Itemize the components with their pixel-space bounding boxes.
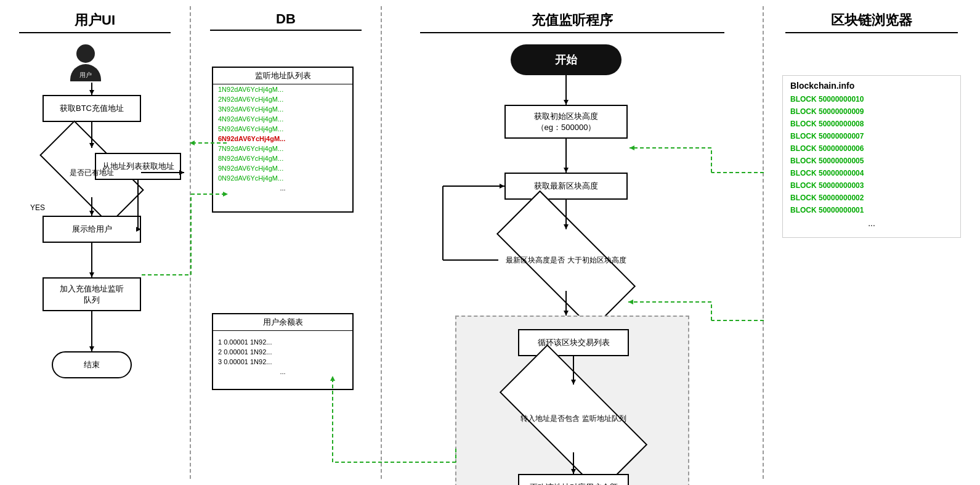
update-balance-box: 更改该地址对应用户余额	[518, 474, 629, 485]
addr-dots: ...	[213, 183, 352, 193]
db-col-inner: 监听地址队列表 1N92dAV6YcHj4gM... 2N92dAV6YcHj4…	[190, 36, 381, 479]
height-compare-diamond: 最新区块高度是否 大于初始区块高度	[498, 229, 634, 291]
check-address-label: 转入地址是否包含 监听地址队列	[520, 414, 626, 424]
block-6: BLOCK 50000000006	[783, 142, 960, 155]
col-monitor: 充值监听程序 开始 获取初始区块高度 （eg：500000） 获取最新区块高度 …	[382, 6, 764, 479]
col-user: 用户UI 用户 获取BTC充值地址 是否已有地址 NO	[0, 6, 191, 479]
get-btc-address-box: 获取BTC充值地址	[43, 95, 141, 122]
col-user-header: 用户UI	[75, 6, 115, 32]
blockchain-site: Blockchain.info	[783, 76, 960, 93]
svg-marker-30	[500, 184, 504, 189]
get-latest-height-box: 获取最新区块高度	[504, 173, 628, 200]
get-initial-height-label: 获取初始区块高度 （eg：500000）	[534, 111, 598, 133]
get-btc-address-label: 获取BTC充值地址	[60, 103, 124, 114]
col-blockchain-header: 区块链浏览器	[831, 6, 912, 32]
start-oval: 开始	[511, 44, 622, 75]
block-9: BLOCK 50000000009	[783, 105, 960, 118]
col-db-header: DB	[276, 6, 296, 30]
start-label: 开始	[555, 52, 577, 67]
monitor-col-inner: 开始 获取初始区块高度 （eg：500000） 获取最新区块高度 最新区块高度是…	[381, 38, 763, 479]
addr-row-7: 7N92dAV6YcHj4gM...	[213, 144, 352, 153]
col-db: DB 监听地址队列表 1N92dAV6YcHj4gM... 2N92dAV6Yc…	[191, 6, 382, 479]
user-balance-table: 用户余额表 1 0.00001 1N92... 2 0.00001 1N92..…	[212, 313, 354, 390]
block-1: BLOCK 50000000001	[783, 204, 960, 216]
svg-marker-26	[564, 311, 569, 316]
check-address-diamond: 转入地址是否包含 监听地址队列	[503, 385, 644, 452]
addr-row-1: 1N92dAV6YcHj4gM...	[213, 84, 352, 94]
addr-row-9: 9N92dAV6YcHj4gM...	[213, 163, 352, 173]
svg-marker-9	[89, 346, 94, 351]
addr-row-3: 3N92dAV6YcHj4gM...	[213, 104, 352, 114]
addr-row-5: 5N92dAV6YcHj4gM...	[213, 124, 352, 134]
monitor-address-table: 监听地址队列表 1N92dAV6YcHj4gM... 2N92dAV6YcHj4…	[212, 67, 354, 213]
blockchain-col-inner: Blockchain.info BLOCK 50000000010 BLOCK …	[764, 38, 979, 479]
addr-row-4: 4N92dAV6YcHj4gM...	[213, 114, 352, 124]
get-initial-height-box: 获取初始区块高度 （eg：500000）	[504, 105, 628, 139]
avatar-body: 用户	[70, 64, 101, 81]
has-address-label: 是否已有地址	[70, 168, 114, 178]
block-7: BLOCK 50000000007	[783, 130, 960, 142]
block-8: BLOCK 50000000008	[783, 118, 960, 130]
block-4: BLOCK 50000000004	[783, 167, 960, 179]
block-3: BLOCK 50000000003	[783, 179, 960, 192]
avatar-label: 用户	[70, 64, 101, 81]
block-5: BLOCK 50000000005	[783, 155, 960, 167]
block-10: BLOCK 50000000010	[783, 93, 960, 105]
balance-row-3: 3 0.00001 1N92...	[213, 357, 352, 367]
addr-row-2: 2N92dAV6YcHj4gM...	[213, 94, 352, 104]
user-balance-table-header: 用户余额表	[213, 314, 352, 331]
show-to-user-label: 展示给用户	[72, 224, 112, 235]
balance-row-2: 2 0.00001 1N92...	[213, 347, 352, 357]
balance-row-1: 1 0.00001 1N92...	[213, 337, 352, 347]
svg-marker-22	[564, 168, 569, 173]
update-balance-label: 更改该地址对应用户余额	[530, 482, 618, 485]
svg-marker-18	[571, 469, 576, 474]
blockchain-box: Blockchain.info BLOCK 50000000010 BLOCK …	[782, 75, 961, 238]
show-to-user-box: 展示给用户	[43, 216, 141, 243]
balance-dots: ...	[213, 367, 352, 377]
height-compare-label: 最新区块高度是否 大于初始区块高度	[506, 255, 626, 266]
end-box: 结束	[52, 351, 132, 378]
addr-row-6: 6N92dAV6YcHj4gM...	[213, 134, 352, 144]
avatar: 用户	[70, 44, 101, 81]
user-col-inner: 用户 获取BTC充值地址 是否已有地址 NO YES 从地址列表获取地址	[0, 38, 190, 479]
join-monitor-queue-box: 加入充值地址监听 队列	[43, 277, 141, 311]
loop-box: 循环该区块交易列表 转入地址是否包含 监听地址队列 更改该地址对应用户余额	[455, 316, 689, 485]
loop-tx-list-box: 循环该区块交易列表	[518, 329, 629, 356]
yes-label: YES	[30, 203, 45, 212]
svg-marker-1	[89, 90, 94, 95]
diagram-container: 用户UI 用户 获取BTC充值地址 是否已有地址 NO	[0, 0, 980, 485]
svg-marker-7	[89, 272, 94, 277]
addr-row-8: 8N92dAV6YcHj4gM...	[213, 153, 352, 163]
end-label: 结束	[84, 359, 100, 370]
col-blockchain: 区块链浏览器 Blockchain.info BLOCK 50000000010…	[764, 6, 979, 479]
avatar-head	[76, 44, 95, 63]
addr-row-10: 0N92dAV6YcHj4gM...	[213, 173, 352, 183]
col-monitor-header: 充值监听程序	[532, 6, 613, 32]
get-latest-height-label: 获取最新区块高度	[534, 181, 598, 192]
svg-marker-5	[89, 211, 94, 216]
join-monitor-queue-label: 加入充值地址监听 队列	[60, 283, 124, 306]
monitor-address-table-header: 监听地址队列表	[213, 68, 352, 84]
blockchain-dots: ...	[783, 216, 960, 230]
block-2: BLOCK 50000000002	[783, 192, 960, 204]
svg-marker-20	[564, 100, 569, 105]
